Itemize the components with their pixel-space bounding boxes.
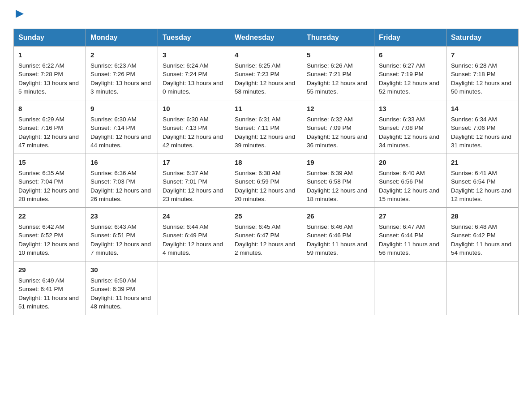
sunrise-label: Sunrise: 6:44 AM bbox=[163, 223, 209, 230]
sunrise-label: Sunrise: 6:36 AM bbox=[90, 170, 137, 176]
sunset-label: Sunset: 7:26 PM bbox=[90, 71, 135, 77]
calendar-cell: 20Sunrise: 6:40 AMSunset: 6:56 PMDayligh… bbox=[374, 154, 446, 208]
day-number: 24 bbox=[163, 211, 225, 221]
day-number: 17 bbox=[163, 158, 225, 167]
sunset-label: Sunset: 6:56 PM bbox=[379, 178, 424, 185]
calendar-cell bbox=[230, 261, 302, 315]
sunrise-label: Sunrise: 6:38 AM bbox=[235, 170, 281, 176]
sunrise-label: Sunrise: 6:29 AM bbox=[18, 116, 64, 123]
sunset-label: Sunset: 7:04 PM bbox=[18, 178, 63, 185]
daylight-label: Daylight: 12 hours and 36 minutes. bbox=[307, 133, 367, 149]
calendar-cell: 16Sunrise: 6:36 AMSunset: 7:03 PMDayligh… bbox=[86, 154, 158, 208]
sunset-label: Sunset: 6:54 PM bbox=[451, 178, 496, 185]
daylight-label: Daylight: 12 hours and 23 minutes. bbox=[163, 187, 223, 203]
calendar-cell: 17Sunrise: 6:37 AMSunset: 7:01 PMDayligh… bbox=[158, 154, 230, 208]
sunrise-label: Sunrise: 6:41 AM bbox=[451, 170, 497, 176]
day-number: 22 bbox=[18, 211, 81, 221]
daylight-label: Daylight: 12 hours and 58 minutes. bbox=[235, 80, 295, 95]
day-number: 3 bbox=[163, 50, 225, 60]
week-row-2: 8Sunrise: 6:29 AMSunset: 7:16 PMDaylight… bbox=[14, 100, 519, 154]
logo-flag-icon bbox=[15, 9, 25, 19]
daylight-label: Daylight: 12 hours and 4 minutes. bbox=[163, 241, 223, 257]
calendar-cell bbox=[374, 261, 446, 315]
sunset-label: Sunset: 6:58 PM bbox=[307, 178, 352, 185]
calendar-cell: 3Sunrise: 6:24 AMSunset: 7:24 PMDaylight… bbox=[158, 47, 230, 100]
sunset-label: Sunset: 7:18 PM bbox=[451, 71, 496, 77]
sunrise-label: Sunrise: 6:32 AM bbox=[307, 116, 353, 123]
sunset-label: Sunset: 7:28 PM bbox=[18, 71, 63, 77]
sunset-label: Sunset: 7:19 PM bbox=[379, 71, 424, 77]
daylight-label: Daylight: 12 hours and 20 minutes. bbox=[235, 187, 295, 203]
day-header-tuesday: Tuesday bbox=[158, 29, 230, 47]
daylight-label: Daylight: 12 hours and 10 minutes. bbox=[18, 241, 79, 257]
calendar-cell: 21Sunrise: 6:41 AMSunset: 6:54 PMDayligh… bbox=[446, 154, 519, 208]
calendar-header-row: SundayMondayTuesdayWednesdayThursdayFrid… bbox=[14, 29, 519, 47]
sunset-label: Sunset: 7:24 PM bbox=[163, 71, 207, 77]
calendar-cell: 6Sunrise: 6:27 AMSunset: 7:19 PMDaylight… bbox=[374, 47, 446, 100]
sunrise-label: Sunrise: 6:30 AM bbox=[90, 116, 137, 123]
day-number: 6 bbox=[379, 50, 442, 60]
sunset-label: Sunset: 6:47 PM bbox=[235, 232, 279, 239]
daylight-label: Daylight: 12 hours and 47 minutes. bbox=[18, 133, 79, 149]
sunset-label: Sunset: 7:21 PM bbox=[307, 71, 352, 77]
daylight-label: Daylight: 12 hours and 15 minutes. bbox=[379, 187, 439, 203]
day-number: 20 bbox=[379, 158, 442, 167]
day-number: 30 bbox=[90, 265, 153, 275]
daylight-label: Daylight: 11 hours and 51 minutes. bbox=[18, 295, 79, 310]
daylight-label: Daylight: 12 hours and 28 minutes. bbox=[18, 187, 79, 203]
sunrise-label: Sunrise: 6:43 AM bbox=[90, 223, 137, 230]
sunrise-label: Sunrise: 6:28 AM bbox=[451, 62, 497, 69]
day-header-thursday: Thursday bbox=[302, 29, 374, 47]
day-number: 25 bbox=[235, 211, 297, 221]
sunset-label: Sunset: 6:39 PM bbox=[90, 286, 135, 292]
sunrise-label: Sunrise: 6:40 AM bbox=[379, 170, 425, 176]
sunrise-label: Sunrise: 6:39 AM bbox=[307, 170, 353, 176]
daylight-label: Daylight: 11 hours and 59 minutes. bbox=[307, 241, 367, 257]
sunrise-label: Sunrise: 6:22 AM bbox=[18, 62, 64, 69]
daylight-label: Daylight: 13 hours and 5 minutes. bbox=[18, 80, 79, 95]
day-number: 12 bbox=[307, 104, 369, 114]
calendar-cell: 26Sunrise: 6:46 AMSunset: 6:46 PMDayligh… bbox=[302, 208, 374, 261]
week-row-1: 1Sunrise: 6:22 AMSunset: 7:28 PMDaylight… bbox=[14, 47, 519, 100]
sunset-label: Sunset: 7:14 PM bbox=[90, 124, 135, 131]
sunset-label: Sunset: 6:41 PM bbox=[18, 286, 63, 292]
day-number: 26 bbox=[307, 211, 369, 221]
daylight-label: Daylight: 12 hours and 50 minutes. bbox=[451, 80, 511, 95]
calendar-cell: 19Sunrise: 6:39 AMSunset: 6:58 PMDayligh… bbox=[302, 154, 374, 208]
sunrise-label: Sunrise: 6:27 AM bbox=[379, 62, 425, 69]
sunrise-label: Sunrise: 6:42 AM bbox=[18, 223, 64, 230]
logo bbox=[13, 9, 25, 21]
day-header-monday: Monday bbox=[86, 29, 158, 47]
day-number: 14 bbox=[451, 104, 514, 114]
calendar-cell: 7Sunrise: 6:28 AMSunset: 7:18 PMDaylight… bbox=[446, 47, 519, 100]
day-number: 27 bbox=[379, 211, 442, 221]
day-number: 18 bbox=[235, 158, 297, 167]
sunrise-label: Sunrise: 6:26 AM bbox=[307, 62, 353, 69]
sunset-label: Sunset: 7:16 PM bbox=[18, 124, 63, 131]
calendar-cell: 1Sunrise: 6:22 AMSunset: 7:28 PMDaylight… bbox=[14, 47, 86, 100]
calendar-cell: 29Sunrise: 6:49 AMSunset: 6:41 PMDayligh… bbox=[14, 261, 86, 315]
day-number: 11 bbox=[235, 104, 297, 114]
daylight-label: Daylight: 12 hours and 2 minutes. bbox=[235, 241, 295, 257]
week-row-3: 15Sunrise: 6:35 AMSunset: 7:04 PMDayligh… bbox=[14, 154, 519, 208]
sunset-label: Sunset: 6:51 PM bbox=[90, 232, 135, 239]
day-number: 10 bbox=[163, 104, 225, 114]
svg-marker-0 bbox=[16, 10, 24, 18]
calendar-cell: 23Sunrise: 6:43 AMSunset: 6:51 PMDayligh… bbox=[86, 208, 158, 261]
daylight-label: Daylight: 11 hours and 56 minutes. bbox=[379, 241, 439, 257]
day-header-saturday: Saturday bbox=[446, 29, 519, 47]
daylight-label: Daylight: 12 hours and 7 minutes. bbox=[90, 241, 151, 257]
day-number: 16 bbox=[90, 158, 153, 167]
calendar-cell: 25Sunrise: 6:45 AMSunset: 6:47 PMDayligh… bbox=[230, 208, 302, 261]
calendar-table: SundayMondayTuesdayWednesdayThursdayFrid… bbox=[13, 29, 519, 315]
calendar-cell: 30Sunrise: 6:50 AMSunset: 6:39 PMDayligh… bbox=[86, 261, 158, 315]
sunrise-label: Sunrise: 6:35 AM bbox=[18, 170, 64, 176]
daylight-label: Daylight: 12 hours and 31 minutes. bbox=[451, 133, 511, 149]
day-header-sunday: Sunday bbox=[14, 29, 86, 47]
sunset-label: Sunset: 7:11 PM bbox=[235, 124, 279, 131]
day-number: 29 bbox=[18, 265, 81, 275]
sunset-label: Sunset: 6:52 PM bbox=[18, 232, 63, 239]
sunrise-label: Sunrise: 6:37 AM bbox=[163, 170, 209, 176]
day-number: 13 bbox=[379, 104, 442, 114]
day-number: 4 bbox=[235, 50, 297, 60]
